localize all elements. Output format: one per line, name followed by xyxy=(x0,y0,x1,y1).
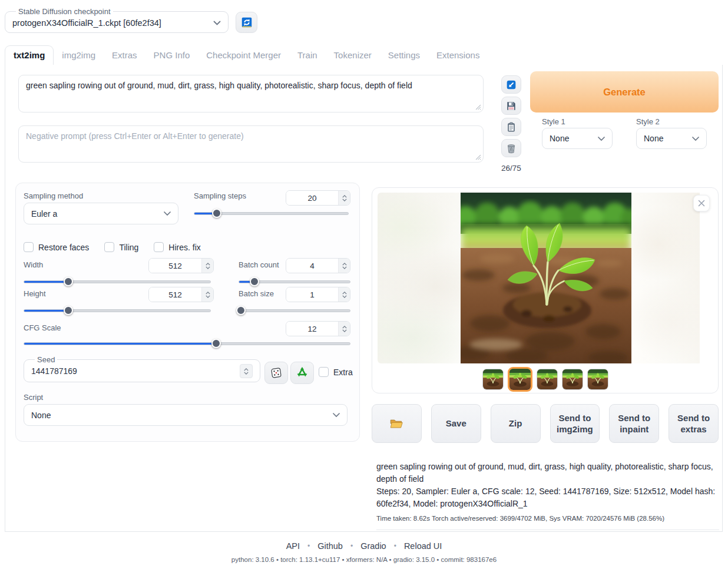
cfg-scale-spinner[interactable] xyxy=(338,322,350,336)
thumbnail-image xyxy=(509,369,531,390)
save-image-button[interactable]: Save xyxy=(431,404,481,443)
batch-size-slider[interactable] xyxy=(239,306,350,316)
tab-checkpoint-merger[interactable]: Checkpoint Merger xyxy=(198,45,289,65)
tab-extras[interactable]: Extras xyxy=(104,45,145,65)
batch-size-input-wrap xyxy=(286,287,350,302)
gallery-next-image-faded[interactable] xyxy=(631,193,700,363)
batch-count-label: Batch count xyxy=(239,260,279,269)
output-actions-row: Save Zip Send to img2img Send to inpaint… xyxy=(372,404,719,443)
chevron-down-icon xyxy=(333,413,340,417)
tab-png-info[interactable]: PNG Info xyxy=(145,45,198,65)
script-value: None xyxy=(31,411,51,420)
spinner-up-icon xyxy=(206,292,210,295)
tab-img2img[interactable]: img2img xyxy=(54,45,104,65)
width-slider[interactable] xyxy=(24,277,211,287)
batch-size-input[interactable] xyxy=(286,287,338,302)
chevron-down-icon xyxy=(164,211,171,216)
thumbnail-image xyxy=(562,369,583,389)
open-images-folder-button[interactable] xyxy=(372,404,422,443)
cfg-scale-input[interactable] xyxy=(286,322,338,336)
checkpoint-label: Stable Diffusion checkpoint xyxy=(16,7,113,16)
cfg-scale-label: CFG Scale xyxy=(24,323,61,332)
sampling-steps-spinner[interactable] xyxy=(338,191,350,205)
random-seed-button[interactable] xyxy=(264,362,288,384)
send-to-inpaint-button[interactable]: Send to inpaint xyxy=(609,404,659,443)
gallery-thumbnail-4[interactable] xyxy=(562,369,583,390)
style2-dropdown[interactable]: None xyxy=(636,128,707,149)
generate-button[interactable]: Generate xyxy=(530,71,719,113)
seed-input[interactable] xyxy=(31,366,240,376)
hires-fix-checkbox[interactable]: Hires. fix xyxy=(154,242,200,252)
width-spinner[interactable] xyxy=(201,259,213,273)
apply-style-button[interactable] xyxy=(501,118,521,136)
sampling-steps-input[interactable] xyxy=(286,191,338,205)
folder-icon xyxy=(389,416,404,431)
send-to-img2img-button[interactable]: Send to img2img xyxy=(550,404,600,443)
tab-settings[interactable]: Settings xyxy=(380,45,428,65)
batch-count-slider[interactable] xyxy=(239,277,350,287)
refresh-checkpoints-button[interactable] xyxy=(236,12,257,33)
close-gallery-button[interactable] xyxy=(693,195,710,211)
spinner-up-icon xyxy=(342,326,347,329)
tiling-checkbox[interactable]: Tiling xyxy=(104,242,138,252)
sampling-steps-input-wrap xyxy=(286,190,350,206)
footer-link-api[interactable]: API xyxy=(286,541,300,551)
app-root: Stable Diffusion checkpoint protogenX34O… xyxy=(0,0,728,569)
send-to-extras-button[interactable]: Send to extras xyxy=(669,404,719,443)
height-input[interactable] xyxy=(149,287,201,302)
thumbnail-image xyxy=(588,369,608,389)
cfg-scale-slider[interactable] xyxy=(24,339,350,349)
spinner-down-icon xyxy=(206,295,210,298)
checkpoint-dropdown[interactable]: protogenX34OfficialR_1.ckpt [60fe2f34] xyxy=(12,16,221,30)
paste-arrow-icon xyxy=(505,79,517,91)
extra-seed-checkbox[interactable]: Extra xyxy=(319,367,353,377)
width-input-wrap xyxy=(148,258,214,273)
tab-train[interactable]: Train xyxy=(289,45,326,65)
gallery-prev-image-faded[interactable] xyxy=(378,193,461,363)
negative-prompt-input[interactable] xyxy=(18,125,484,163)
gallery-thumbnail-3[interactable] xyxy=(537,369,558,390)
seed-spinner[interactable] xyxy=(240,364,253,378)
save-style-button[interactable] xyxy=(501,97,521,115)
restore-faces-label: Restore faces xyxy=(38,243,89,252)
spinner-up-icon xyxy=(244,368,249,371)
style1-dropdown[interactable]: None xyxy=(542,128,613,149)
spinner-up-icon xyxy=(342,292,347,295)
script-dropdown[interactable]: None xyxy=(24,404,348,426)
thumbnail-image xyxy=(537,369,557,389)
gallery-thumbnail-5[interactable] xyxy=(587,369,608,390)
zip-button[interactable]: Zip xyxy=(491,404,541,443)
script-label: Script xyxy=(24,393,43,402)
batch-count-input[interactable] xyxy=(286,259,338,273)
tab-tokenizer[interactable]: Tokenizer xyxy=(326,45,380,65)
gallery-thumbnail-1[interactable] xyxy=(482,369,504,390)
width-input[interactable] xyxy=(149,259,201,273)
paste-generation-params-button[interactable] xyxy=(501,75,521,94)
checkpoint-value: protogenX34OfficialR_1.ckpt [60fe2f34] xyxy=(12,18,161,28)
reuse-seed-button[interactable] xyxy=(290,362,314,384)
chevron-down-icon xyxy=(213,21,221,25)
sampling-steps-slider[interactable] xyxy=(194,209,349,219)
sampling-method-value: Euler a xyxy=(31,209,57,219)
tab-extensions[interactable]: Extensions xyxy=(428,45,488,65)
restore-faces-checkbox[interactable]: Restore faces xyxy=(24,242,89,252)
batch-count-spinner[interactable] xyxy=(338,259,350,273)
height-slider[interactable] xyxy=(24,306,211,316)
checkbox-box xyxy=(104,242,114,252)
gallery-thumbnail-strip xyxy=(372,366,718,392)
height-spinner[interactable] xyxy=(201,287,213,302)
footer-link-github[interactable]: Github xyxy=(317,541,343,551)
footer-link-gradio[interactable]: Gradio xyxy=(360,541,386,551)
spinner-down-icon xyxy=(206,266,210,269)
sampling-method-dropdown[interactable]: Euler a xyxy=(24,203,178,224)
tab-txt2img[interactable]: txt2img xyxy=(5,45,54,65)
footer-link-reload-ui[interactable]: Reload UI xyxy=(404,541,442,551)
prompt-input[interactable]: green sapling rowing out of ground, mud,… xyxy=(18,75,484,113)
generated-image-sapling[interactable] xyxy=(461,193,631,363)
style1-label: Style 1 xyxy=(542,117,565,126)
batch-size-spinner[interactable] xyxy=(338,287,350,302)
spinner-down-icon xyxy=(342,199,347,201)
gallery-thumbnail-2-selected[interactable] xyxy=(508,367,532,392)
height-input-wrap xyxy=(148,287,214,302)
clear-prompt-button[interactable] xyxy=(501,139,521,157)
